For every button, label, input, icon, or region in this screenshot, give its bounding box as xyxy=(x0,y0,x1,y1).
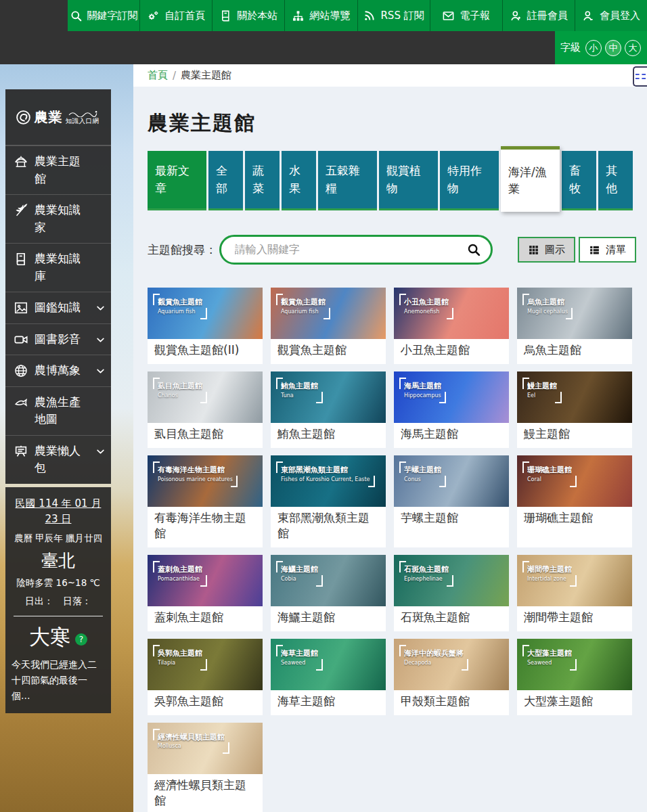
theme-card[interactable]: 海洋中的蝦兵蟹將 Decapoda 甲殼類主題館 xyxy=(394,639,509,715)
category-tab[interactable]: 觀賞植物 xyxy=(379,151,438,210)
breadcrumb-home-link[interactable]: 首頁 xyxy=(148,69,168,82)
overlay-title-zh: 海鱺主題館 xyxy=(281,565,318,575)
theme-card[interactable]: 潮間帶主題館 Intertidal zone 潮間帶主題館 xyxy=(517,555,632,631)
help-badge[interactable]: ? xyxy=(75,633,87,646)
font-size-option[interactable]: 中 xyxy=(605,40,621,56)
video-icon xyxy=(14,332,28,347)
sidebar-item[interactable]: 農漁生產地圖 xyxy=(5,386,111,435)
card-image-overlay: 珊瑚礁主題館 Coral xyxy=(527,466,572,484)
card-image: 虱目魚主題館 Chanos xyxy=(148,371,263,423)
theme-card[interactable]: 海馬主題館 Hippocampus 海馬主題館 xyxy=(394,371,509,448)
topnav-item[interactable]: 網站導覽 xyxy=(284,0,357,31)
card-title: 大型藻主題館 xyxy=(517,690,632,715)
theme-card[interactable]: 鮪魚主題館 Tuna 鮪魚主題館 xyxy=(271,371,386,448)
topnav-item-label: RSS 訂閱 xyxy=(380,9,424,22)
view-toggle-label: 圖示 xyxy=(545,244,565,256)
theme-card[interactable]: 蓋刺魚主題館 Pomacanthidae 蓋刺魚主題館 xyxy=(148,555,263,631)
category-tab[interactable]: 畜牧 xyxy=(562,151,596,210)
breadcrumb: 首頁 / 農業主題館 xyxy=(133,64,647,87)
category-tab[interactable]: 五穀雜糧 xyxy=(318,151,377,210)
card-image-overlay: 觀賞魚主題館 Aquarium fish xyxy=(281,298,326,316)
overlay-title-en: Mollusca xyxy=(158,742,225,750)
search-input[interactable] xyxy=(233,243,466,256)
chevron-down-icon[interactable] xyxy=(95,366,106,376)
theme-card[interactable]: 小丑魚主題館 Anemonefish 小丑魚主題館 xyxy=(394,288,509,364)
card-image-overlay: 海草主題館 Seaweed xyxy=(281,649,318,667)
chevron-down-icon[interactable] xyxy=(95,335,106,345)
font-size-option[interactable]: 大 xyxy=(625,40,641,56)
sidebar-item[interactable]: 農業知識庫 xyxy=(5,243,111,292)
theme-card[interactable]: 觀賞魚主題館 Aquarium fish 觀賞魚主題館(II) xyxy=(148,288,263,364)
search-icon xyxy=(70,9,83,22)
topnav-item[interactable]: 自訂首頁 xyxy=(139,0,212,31)
logo-icon xyxy=(15,109,32,126)
view-toggle-button[interactable]: 圖示 xyxy=(518,237,575,263)
chevron-down-icon[interactable] xyxy=(95,303,106,313)
card-title: 芋螺主題館 xyxy=(394,507,509,532)
topnav-item[interactable]: 會員登入 xyxy=(575,0,647,31)
category-tab[interactable]: 特用作物 xyxy=(440,151,499,210)
category-tab[interactable]: 其他 xyxy=(598,151,633,210)
card-image-overlay: 觀賞魚主題館 Aquarium fish xyxy=(158,298,202,316)
theme-card[interactable]: 石斑魚主題館 Epinephelinae 石斑魚主題館 xyxy=(394,555,509,631)
sidebar-item[interactable]: 圖書影音 xyxy=(5,323,111,355)
category-tab[interactable]: 蔬菜 xyxy=(245,151,280,210)
theme-card[interactable]: 珊瑚礁主題館 Coral 珊瑚礁主題館 xyxy=(517,455,632,547)
sidebar-item[interactable]: 圖鑑知識 xyxy=(5,292,111,323)
chevron-down-icon[interactable] xyxy=(95,447,106,457)
overlay-title-en: Decapoda xyxy=(404,659,464,667)
quick-nav-widget[interactable] xyxy=(633,66,647,87)
card-image-overlay: 有毒海洋生物主題館 Poisonous marine creatures xyxy=(158,466,233,484)
overlay-title-zh: 蓋刺魚主題館 xyxy=(158,565,202,575)
theme-card[interactable]: 海草主題館 Seaweed 海草主題館 xyxy=(271,639,386,715)
theme-card[interactable]: 經濟性螺貝類主題館 Mollusca 經濟性螺貝類主題館 xyxy=(148,723,263,812)
category-tab[interactable]: 最新文章 xyxy=(148,151,206,210)
theme-card[interactable]: 觀賞魚主題館 Aquarium fish 觀賞魚主題館 xyxy=(271,288,386,364)
category-tab[interactable]: 水果 xyxy=(282,151,316,210)
card-title: 經濟性螺貝類主題館 xyxy=(148,774,263,812)
font-size-option[interactable]: 小 xyxy=(585,40,602,56)
theme-card[interactable]: 芋螺主題館 Conus 芋螺主題館 xyxy=(394,455,509,547)
search-icon[interactable] xyxy=(466,242,481,257)
tab-label: 五穀雜糧 xyxy=(326,162,370,197)
calendar-date-link[interactable]: 民國 114 年 01 月 23 日 xyxy=(12,496,105,528)
city-name: 臺北 xyxy=(12,549,105,572)
font-size-controls: 字級 小 中 大 xyxy=(555,31,647,64)
theme-card[interactable]: 海鱺主題館 Cobia 海鱺主題館 xyxy=(271,555,386,631)
category-tab[interactable]: 全部 xyxy=(208,151,243,210)
topnav-item[interactable]: 關於本站 xyxy=(212,0,284,31)
sidebar-item[interactable]: 農博萬象 xyxy=(5,355,111,386)
sidebar-item[interactable]: 農業懶人包 xyxy=(5,435,111,484)
site-logo[interactable]: 農業 知識入口網 xyxy=(5,89,111,145)
topnav-item[interactable]: RSS 訂閱 xyxy=(357,0,430,31)
theme-card[interactable]: 吳郭魚主題館 Tilapia 吳郭魚主題館 xyxy=(148,639,263,715)
card-title: 烏魚主題館 xyxy=(517,339,632,364)
theme-card[interactable]: 東部黑潮魚類主題館 Fishes of Kuroshio Current, Ea… xyxy=(271,455,386,547)
list-icon xyxy=(589,244,600,256)
theme-card[interactable]: 有毒海洋生物主題館 Poisonous marine creatures 有毒海… xyxy=(148,455,263,547)
sidebar-item[interactable]: 農業主題館 xyxy=(5,145,111,194)
topnav-item[interactable]: 關鍵字訂閱 xyxy=(68,0,139,31)
sidebar-item-label: 農漁生產地圖 xyxy=(35,394,83,428)
card-title: 甲殼類主題館 xyxy=(394,690,509,715)
card-title: 珊瑚礁主題館 xyxy=(517,507,632,532)
theme-card[interactable]: 虱目魚主題館 Chanos 虱目魚主題館 xyxy=(148,371,263,448)
topnav-item[interactable]: 註冊會員 xyxy=(502,0,575,31)
card-image: 蓋刺魚主題館 Pomacanthidae xyxy=(148,555,263,606)
tab-label: 最新文章 xyxy=(155,162,199,197)
fish-icon xyxy=(14,395,28,410)
user-icon xyxy=(582,9,595,22)
theme-card[interactable]: 鰻主題館 Eel 鰻主題館 xyxy=(517,371,632,448)
view-toggle-button[interactable]: 清單 xyxy=(579,237,636,263)
theme-card[interactable]: 烏魚主題館 Mugil cephalus 烏魚主題館 xyxy=(517,288,632,364)
overlay-title-zh: 珊瑚礁主題館 xyxy=(527,466,572,476)
topnav-item[interactable]: 電子報 xyxy=(430,0,502,31)
card-image: 觀賞魚主題館 Aquarium fish xyxy=(271,288,386,339)
theme-card[interactable]: 大型藻主題館 Seaweed 大型藻主題館 xyxy=(517,639,632,715)
sidebar-item[interactable]: 農業知識家 xyxy=(5,194,111,243)
category-tab[interactable]: 海洋/漁業 xyxy=(501,146,560,212)
main-area: 首頁 / 農業主題館 農業主題館 最新文章 全部 蔬菜 xyxy=(133,64,647,812)
card-image-overlay: 潮間帶主題館 Intertidal zone xyxy=(527,565,572,583)
sidebar-item-label: 農業知識家 xyxy=(35,202,83,236)
card-image-overlay: 經濟性螺貝類主題館 Mollusca xyxy=(158,733,225,751)
